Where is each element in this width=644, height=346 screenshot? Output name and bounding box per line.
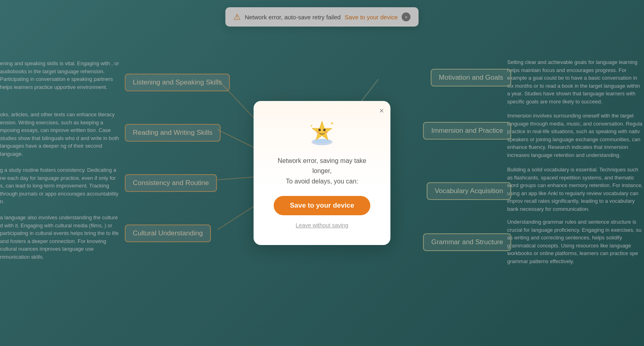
svg-marker-11 [312, 121, 332, 140]
save-modal: × ✦ ✦ Network error, savi [254, 101, 390, 245]
modal-leave-button[interactable]: Leave without saving [296, 222, 349, 229]
modal-save-button[interactable]: Save to your device [274, 196, 370, 215]
modal-title: Network error, saving may take longer, T… [274, 156, 370, 187]
svg-point-13 [323, 129, 326, 131]
svg-text:✦: ✦ [310, 124, 313, 128]
modal-title-line2: To avoid delays, you can: [274, 176, 370, 187]
svg-point-15 [325, 131, 328, 133]
svg-text:✦: ✦ [330, 121, 334, 126]
svg-point-12 [318, 129, 321, 131]
modal-close-button[interactable]: × [379, 107, 384, 115]
svg-point-14 [316, 131, 319, 133]
star-mascot: ✦ ✦ [306, 117, 338, 149]
modal-overlay: × ✦ ✦ Network error, savi [0, 0, 644, 346]
modal-title-line1: Network error, saving may take longer, [274, 156, 370, 176]
